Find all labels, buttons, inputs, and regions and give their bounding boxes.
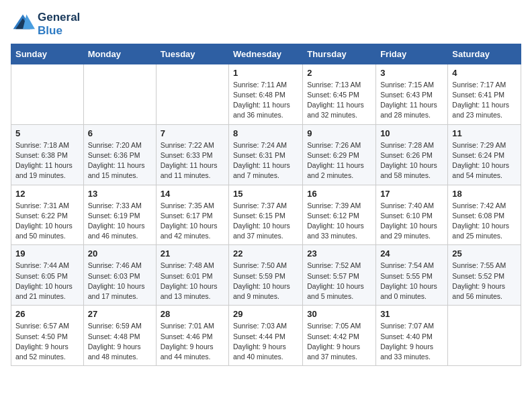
day-info: Sunrise: 7:46 AM Sunset: 6:03 PM Dayligh… [88, 261, 152, 302]
day-cell: 5Sunrise: 7:18 AM Sunset: 6:38 PM Daylig… [11, 124, 84, 185]
day-number: 1 [233, 68, 298, 78]
day-info: Sunrise: 7:31 AM Sunset: 6:22 PM Dayligh… [15, 201, 79, 242]
day-number: 16 [307, 189, 371, 199]
week-row-3: 12Sunrise: 7:31 AM Sunset: 6:22 PM Dayli… [11, 185, 521, 245]
day-number: 27 [88, 309, 152, 319]
day-number: 11 [452, 128, 517, 138]
day-number: 7 [161, 128, 224, 138]
day-cell: 4Sunrise: 7:17 AM Sunset: 6:41 PM Daylig… [448, 64, 521, 124]
day-cell: 2Sunrise: 7:13 AM Sunset: 6:45 PM Daylig… [303, 64, 376, 124]
day-info: Sunrise: 7:54 AM Sunset: 5:55 PM Dayligh… [380, 261, 443, 302]
day-number: 21 [161, 248, 224, 259]
header-wednesday: Wednesday [229, 44, 303, 64]
day-cell: 29Sunrise: 7:03 AM Sunset: 4:44 PM Dayli… [229, 306, 303, 366]
day-info: Sunrise: 7:42 AM Sunset: 6:08 PM Dayligh… [452, 201, 517, 242]
day-number: 25 [452, 248, 517, 259]
day-cell [448, 306, 521, 366]
day-cell: 8Sunrise: 7:24 AM Sunset: 6:31 PM Daylig… [229, 124, 303, 185]
day-cell: 13Sunrise: 7:33 AM Sunset: 6:19 PM Dayli… [83, 185, 156, 245]
day-cell: 26Sunrise: 6:57 AM Sunset: 4:50 PM Dayli… [11, 306, 84, 366]
day-info: Sunrise: 7:03 AM Sunset: 4:44 PM Dayligh… [233, 321, 298, 362]
day-info: Sunrise: 6:57 AM Sunset: 4:50 PM Dayligh… [15, 321, 79, 362]
day-cell: 17Sunrise: 7:40 AM Sunset: 6:10 PM Dayli… [376, 185, 448, 245]
day-cell: 9Sunrise: 7:26 AM Sunset: 6:29 PM Daylig… [303, 124, 376, 185]
day-number: 3 [380, 68, 443, 78]
day-number: 10 [380, 128, 443, 138]
day-info: Sunrise: 7:22 AM Sunset: 6:33 PM Dayligh… [161, 140, 224, 181]
day-number: 9 [307, 128, 371, 138]
week-row-2: 5Sunrise: 7:18 AM Sunset: 6:38 PM Daylig… [11, 124, 521, 185]
day-info: Sunrise: 7:52 AM Sunset: 5:57 PM Dayligh… [307, 261, 371, 302]
day-info: Sunrise: 7:13 AM Sunset: 6:45 PM Dayligh… [307, 80, 371, 121]
logo-icon [11, 12, 35, 36]
day-number: 19 [15, 248, 79, 259]
day-number: 13 [88, 189, 152, 199]
day-number: 2 [307, 68, 371, 78]
day-info: Sunrise: 6:59 AM Sunset: 4:48 PM Dayligh… [88, 321, 152, 362]
day-info: Sunrise: 7:33 AM Sunset: 6:19 PM Dayligh… [88, 201, 152, 242]
day-cell [83, 64, 156, 124]
day-info: Sunrise: 7:07 AM Sunset: 4:40 PM Dayligh… [380, 321, 443, 362]
day-number: 28 [161, 309, 224, 319]
header-saturday: Saturday [448, 44, 521, 64]
day-cell: 23Sunrise: 7:52 AM Sunset: 5:57 PM Dayli… [303, 245, 376, 306]
day-info: Sunrise: 7:50 AM Sunset: 5:59 PM Dayligh… [233, 261, 298, 302]
day-info: Sunrise: 7:01 AM Sunset: 4:46 PM Dayligh… [161, 321, 224, 362]
header-monday: Monday [83, 44, 156, 64]
day-cell: 20Sunrise: 7:46 AM Sunset: 6:03 PM Dayli… [83, 245, 156, 306]
week-row-4: 19Sunrise: 7:44 AM Sunset: 6:05 PM Dayli… [11, 245, 521, 306]
day-number: 12 [15, 189, 79, 199]
day-info: Sunrise: 7:40 AM Sunset: 6:10 PM Dayligh… [380, 201, 443, 242]
day-number: 20 [88, 248, 152, 259]
day-info: Sunrise: 7:48 AM Sunset: 6:01 PM Dayligh… [161, 261, 224, 302]
day-info: Sunrise: 7:55 AM Sunset: 5:52 PM Dayligh… [452, 261, 517, 302]
day-cell: 22Sunrise: 7:50 AM Sunset: 5:59 PM Dayli… [229, 245, 303, 306]
page-header: General Blue [11, 11, 521, 38]
day-cell: 30Sunrise: 7:05 AM Sunset: 4:42 PM Dayli… [303, 306, 376, 366]
day-info: Sunrise: 7:39 AM Sunset: 6:12 PM Dayligh… [307, 201, 371, 242]
svg-marker-2 [23, 15, 35, 30]
day-number: 30 [307, 309, 371, 319]
day-number: 29 [233, 309, 298, 319]
day-cell: 1Sunrise: 7:11 AM Sunset: 6:48 PM Daylig… [229, 64, 303, 124]
day-info: Sunrise: 7:28 AM Sunset: 6:26 PM Dayligh… [380, 140, 443, 181]
day-cell: 21Sunrise: 7:48 AM Sunset: 6:01 PM Dayli… [156, 245, 228, 306]
day-number: 6 [88, 128, 152, 138]
day-number: 22 [233, 248, 298, 259]
day-number: 31 [380, 309, 443, 319]
day-cell: 16Sunrise: 7:39 AM Sunset: 6:12 PM Dayli… [303, 185, 376, 245]
day-info: Sunrise: 7:37 AM Sunset: 6:15 PM Dayligh… [233, 201, 298, 242]
header-tuesday: Tuesday [156, 44, 228, 64]
day-info: Sunrise: 7:44 AM Sunset: 6:05 PM Dayligh… [15, 261, 79, 302]
day-number: 26 [15, 309, 79, 319]
day-info: Sunrise: 7:11 AM Sunset: 6:48 PM Dayligh… [233, 80, 298, 121]
day-info: Sunrise: 7:20 AM Sunset: 6:36 PM Dayligh… [88, 140, 152, 181]
day-number: 24 [380, 248, 443, 259]
day-number: 18 [452, 189, 517, 199]
header-friday: Friday [376, 44, 448, 64]
day-cell: 12Sunrise: 7:31 AM Sunset: 6:22 PM Dayli… [11, 185, 84, 245]
day-cell: 14Sunrise: 7:35 AM Sunset: 6:17 PM Dayli… [156, 185, 228, 245]
day-cell: 24Sunrise: 7:54 AM Sunset: 5:55 PM Dayli… [376, 245, 448, 306]
day-number: 14 [161, 189, 224, 199]
day-cell: 6Sunrise: 7:20 AM Sunset: 6:36 PM Daylig… [83, 124, 156, 185]
day-info: Sunrise: 7:24 AM Sunset: 6:31 PM Dayligh… [233, 140, 298, 181]
day-cell: 10Sunrise: 7:28 AM Sunset: 6:26 PM Dayli… [376, 124, 448, 185]
day-number: 17 [380, 189, 443, 199]
day-number: 8 [233, 128, 298, 138]
day-number: 5 [15, 128, 79, 138]
day-cell: 11Sunrise: 7:29 AM Sunset: 6:24 PM Dayli… [448, 124, 521, 185]
day-number: 4 [452, 68, 517, 78]
header-thursday: Thursday [303, 44, 376, 64]
day-info: Sunrise: 7:05 AM Sunset: 4:42 PM Dayligh… [307, 321, 371, 362]
header-row: SundayMondayTuesdayWednesdayThursdayFrid… [11, 44, 521, 64]
logo-text: General Blue [38, 11, 80, 38]
day-cell: 28Sunrise: 7:01 AM Sunset: 4:46 PM Dayli… [156, 306, 228, 366]
day-cell: 18Sunrise: 7:42 AM Sunset: 6:08 PM Dayli… [448, 185, 521, 245]
calendar-table: SundayMondayTuesdayWednesdayThursdayFrid… [11, 44, 521, 366]
day-cell [156, 64, 228, 124]
day-info: Sunrise: 7:26 AM Sunset: 6:29 PM Dayligh… [307, 140, 371, 181]
week-row-1: 1Sunrise: 7:11 AM Sunset: 6:48 PM Daylig… [11, 64, 521, 124]
day-info: Sunrise: 7:18 AM Sunset: 6:38 PM Dayligh… [15, 140, 79, 181]
day-cell: 3Sunrise: 7:15 AM Sunset: 6:43 PM Daylig… [376, 64, 448, 124]
